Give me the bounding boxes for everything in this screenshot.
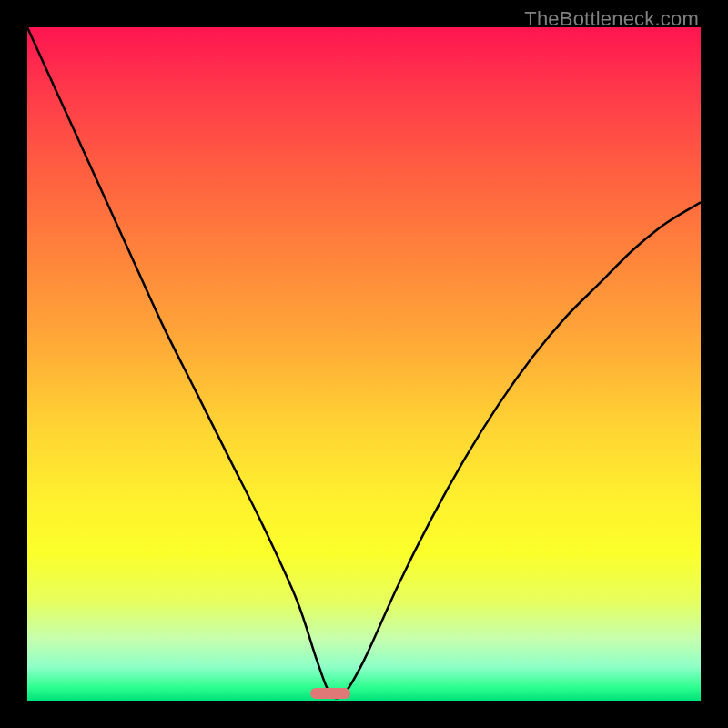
chart-frame: TheBottleneck.com xyxy=(0,0,728,728)
bottleneck-curve xyxy=(27,27,701,701)
optimal-range-marker xyxy=(310,688,350,699)
curve-path xyxy=(27,27,701,698)
watermark-text: TheBottleneck.com xyxy=(524,7,699,31)
plot-area xyxy=(27,27,701,701)
